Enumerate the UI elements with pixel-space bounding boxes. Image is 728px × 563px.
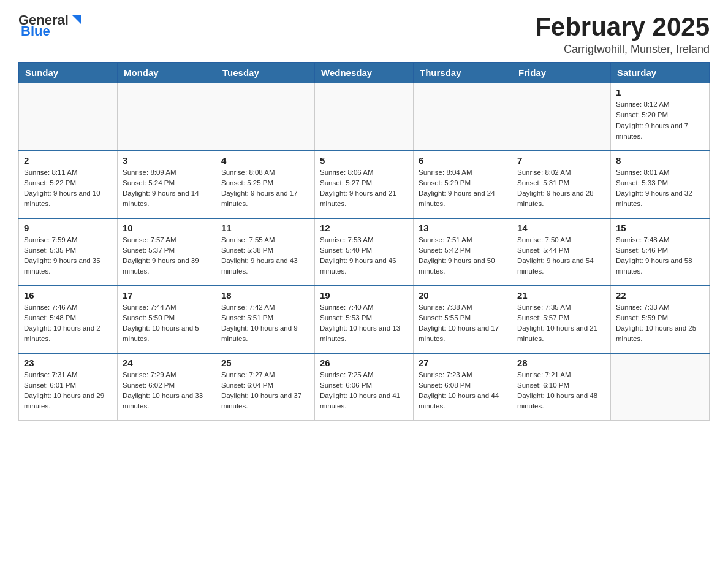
day-number: 10 [123,223,211,233]
day-number: 16 [24,290,112,301]
page-header: General Blue February 2025 Carrigtwohill… [18,12,710,56]
table-row: 2Sunrise: 8:11 AMSunset: 5:22 PMDaylight… [19,151,118,218]
day-info: Sunrise: 7:50 AMSunset: 5:44 PMDaylight:… [517,235,605,277]
day-info: Sunrise: 7:51 AMSunset: 5:42 PMDaylight:… [419,235,507,277]
svg-marker-0 [72,15,81,24]
col-wednesday: Wednesday [315,63,414,83]
table-row: 23Sunrise: 7:31 AMSunset: 6:01 PMDayligh… [19,353,118,421]
day-number: 15 [616,223,704,233]
day-info: Sunrise: 7:31 AMSunset: 6:01 PMDaylight:… [24,370,112,412]
table-row [216,83,315,151]
table-row [611,353,710,421]
table-row: 22Sunrise: 7:33 AMSunset: 5:59 PMDayligh… [611,286,710,353]
day-info: Sunrise: 7:46 AMSunset: 5:48 PMDaylight:… [24,302,112,345]
day-info: Sunrise: 8:06 AMSunset: 5:27 PMDaylight:… [320,167,408,210]
table-row: 3Sunrise: 8:09 AMSunset: 5:24 PMDaylight… [118,151,216,218]
table-row: 16Sunrise: 7:46 AMSunset: 5:48 PMDayligh… [19,286,118,353]
table-row: 21Sunrise: 7:35 AMSunset: 5:57 PMDayligh… [512,286,611,353]
day-number: 19 [320,290,408,301]
table-row: 10Sunrise: 7:57 AMSunset: 5:37 PMDayligh… [118,218,216,286]
day-info: Sunrise: 7:25 AMSunset: 6:06 PMDaylight:… [320,370,408,412]
logo-blue: Blue [21,23,50,39]
table-row: 28Sunrise: 7:21 AMSunset: 6:10 PMDayligh… [512,353,611,421]
logo: General Blue [18,12,83,39]
day-info: Sunrise: 7:42 AMSunset: 5:51 PMDaylight:… [221,302,309,345]
day-info: Sunrise: 8:11 AMSunset: 5:22 PMDaylight:… [24,167,112,210]
calendar-week-row: 9Sunrise: 7:59 AMSunset: 5:35 PMDaylight… [19,218,710,286]
table-row: 1Sunrise: 8:12 AMSunset: 5:20 PMDaylight… [611,83,710,151]
table-row [315,83,414,151]
day-info: Sunrise: 7:55 AMSunset: 5:38 PMDaylight:… [221,235,309,277]
day-number: 22 [616,290,704,301]
month-year-title: February 2025 [535,12,710,42]
day-number: 5 [320,155,408,166]
day-info: Sunrise: 8:04 AMSunset: 5:29 PMDaylight:… [419,167,507,210]
day-number: 13 [419,223,507,233]
day-number: 24 [123,358,211,368]
table-row: 12Sunrise: 7:53 AMSunset: 5:40 PMDayligh… [315,218,414,286]
day-number: 3 [123,155,211,166]
day-info: Sunrise: 8:01 AMSunset: 5:33 PMDaylight:… [616,167,704,210]
day-info: Sunrise: 8:09 AMSunset: 5:24 PMDaylight:… [123,167,211,210]
day-info: Sunrise: 7:38 AMSunset: 5:55 PMDaylight:… [419,302,507,345]
day-number: 4 [221,155,309,166]
title-area: February 2025 Carrigtwohill, Munster, Ir… [535,12,710,56]
day-info: Sunrise: 7:53 AMSunset: 5:40 PMDaylight:… [320,235,408,277]
table-row: 5Sunrise: 8:06 AMSunset: 5:27 PMDaylight… [315,151,414,218]
day-info: Sunrise: 8:08 AMSunset: 5:25 PMDaylight:… [221,167,309,210]
table-row: 25Sunrise: 7:27 AMSunset: 6:04 PMDayligh… [216,353,315,421]
logo-triangle-icon [70,13,83,26]
day-number: 7 [517,155,605,166]
table-row: 6Sunrise: 8:04 AMSunset: 5:29 PMDaylight… [414,151,512,218]
calendar-week-row: 16Sunrise: 7:46 AMSunset: 5:48 PMDayligh… [19,286,710,353]
day-number: 2 [24,155,112,166]
table-row: 11Sunrise: 7:55 AMSunset: 5:38 PMDayligh… [216,218,315,286]
day-info: Sunrise: 7:33 AMSunset: 5:59 PMDaylight:… [616,302,704,345]
day-info: Sunrise: 7:57 AMSunset: 5:37 PMDaylight:… [123,235,211,277]
day-info: Sunrise: 8:12 AMSunset: 5:20 PMDaylight:… [616,99,704,142]
day-number: 27 [419,358,507,368]
day-info: Sunrise: 7:23 AMSunset: 6:08 PMDaylight:… [419,370,507,412]
day-number: 23 [24,358,112,368]
day-number: 14 [517,223,605,233]
day-number: 20 [419,290,507,301]
day-info: Sunrise: 7:44 AMSunset: 5:50 PMDaylight:… [123,302,211,345]
calendar-week-row: 1Sunrise: 8:12 AMSunset: 5:20 PMDaylight… [19,83,710,151]
table-row: 14Sunrise: 7:50 AMSunset: 5:44 PMDayligh… [512,218,611,286]
table-row: 7Sunrise: 8:02 AMSunset: 5:31 PMDaylight… [512,151,611,218]
day-info: Sunrise: 8:02 AMSunset: 5:31 PMDaylight:… [517,167,605,210]
day-number: 6 [419,155,507,166]
day-info: Sunrise: 7:40 AMSunset: 5:53 PMDaylight:… [320,302,408,345]
day-info: Sunrise: 7:59 AMSunset: 5:35 PMDaylight:… [24,235,112,277]
col-tuesday: Tuesday [216,63,315,83]
day-number: 12 [320,223,408,233]
table-row [512,83,611,151]
col-thursday: Thursday [414,63,512,83]
table-row [19,83,118,151]
calendar-header-row: Sunday Monday Tuesday Wednesday Thursday… [19,63,710,83]
table-row: 19Sunrise: 7:40 AMSunset: 5:53 PMDayligh… [315,286,414,353]
day-number: 8 [616,155,704,166]
day-number: 28 [517,358,605,368]
table-row: 24Sunrise: 7:29 AMSunset: 6:02 PMDayligh… [118,353,216,421]
table-row: 13Sunrise: 7:51 AMSunset: 5:42 PMDayligh… [414,218,512,286]
col-friday: Friday [512,63,611,83]
location-subtitle: Carrigtwohill, Munster, Ireland [535,43,710,56]
day-info: Sunrise: 7:48 AMSunset: 5:46 PMDaylight:… [616,235,704,277]
day-number: 9 [24,223,112,233]
day-info: Sunrise: 7:21 AMSunset: 6:10 PMDaylight:… [517,370,605,412]
table-row: 17Sunrise: 7:44 AMSunset: 5:50 PMDayligh… [118,286,216,353]
day-number: 11 [221,223,309,233]
table-row [414,83,512,151]
table-row: 15Sunrise: 7:48 AMSunset: 5:46 PMDayligh… [611,218,710,286]
table-row [118,83,216,151]
calendar-week-row: 2Sunrise: 8:11 AMSunset: 5:22 PMDaylight… [19,151,710,218]
table-row: 18Sunrise: 7:42 AMSunset: 5:51 PMDayligh… [216,286,315,353]
col-sunday: Sunday [19,63,118,83]
day-number: 18 [221,290,309,301]
day-number: 1 [616,87,704,98]
calendar-week-row: 23Sunrise: 7:31 AMSunset: 6:01 PMDayligh… [19,353,710,421]
table-row: 4Sunrise: 8:08 AMSunset: 5:25 PMDaylight… [216,151,315,218]
table-row: 26Sunrise: 7:25 AMSunset: 6:06 PMDayligh… [315,353,414,421]
day-info: Sunrise: 7:27 AMSunset: 6:04 PMDaylight:… [221,370,309,412]
